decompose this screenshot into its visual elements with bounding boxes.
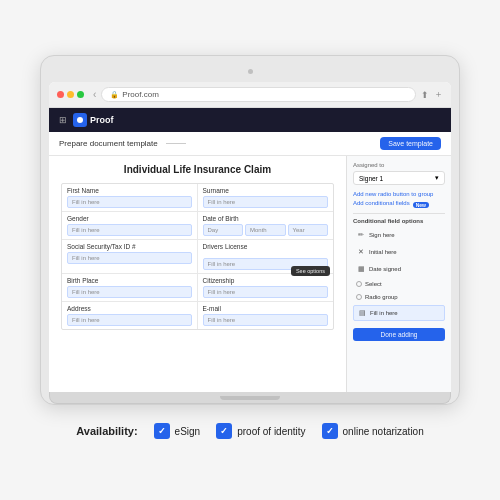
form-row: First Name Fill in here Surname Fill in … xyxy=(62,184,333,212)
citizenship-label: Citizenship xyxy=(203,277,329,284)
birthplace-cell: Birth Place Fill in here xyxy=(62,274,198,301)
birthplace-input[interactable]: Fill in here xyxy=(67,286,192,298)
gender-input[interactable]: Fill in here xyxy=(67,224,192,236)
select-label: Select xyxy=(365,281,382,287)
back-button[interactable]: ‹ xyxy=(93,89,96,100)
dropdown-popup[interactable]: See options xyxy=(291,266,330,276)
avail-item-notarization: ✓ online notarization xyxy=(322,423,424,439)
citizenship-cell: Citizenship Fill in here xyxy=(198,274,334,301)
right-panel: Assigned to Signer 1 ▾ Add new radio but… xyxy=(346,156,451,392)
citizenship-input[interactable]: Fill in here xyxy=(203,286,329,298)
initial-label: Initial here xyxy=(369,249,397,255)
ssn-cell: Social Security/Tax ID # Fill in here xyxy=(62,240,198,273)
first-name-cell: First Name Fill in here xyxy=(62,184,198,211)
sign-icon: ✏ xyxy=(356,230,366,240)
logo-text: Proof xyxy=(90,115,114,125)
form-row: Gender Fill in here Date of Birth Day Mo… xyxy=(62,212,333,240)
availability-bar: Availability: ✓ eSign ✓ proof of identit… xyxy=(66,417,433,445)
birthplace-label: Birth Place xyxy=(67,277,192,284)
dob-inputs: Day Month Year xyxy=(203,224,329,236)
proof-of-identity-label: proof of identity xyxy=(237,426,305,437)
outer-wrapper: ‹ 🔒 Proof.com ⬆ ＋ ⊞ xyxy=(20,20,480,480)
option-initial-here[interactable]: ✕ Initial here xyxy=(353,245,445,259)
app-header: ⊞ Proof xyxy=(49,108,451,132)
maximize-button[interactable] xyxy=(77,91,84,98)
email-input[interactable]: Fill in here xyxy=(203,314,329,326)
ssn-input[interactable]: Fill in here xyxy=(67,252,192,264)
laptop-notch xyxy=(220,396,280,400)
option-sign-here[interactable]: ✏ Sign here xyxy=(353,228,445,242)
toolbar-left: Prepare document template xyxy=(59,139,186,148)
traffic-lights xyxy=(57,91,84,98)
dob-cell: Date of Birth Day Month Year xyxy=(198,212,334,239)
surname-cell: Surname Fill in here xyxy=(198,184,334,211)
form-row: Social Security/Tax ID # Fill in here Dr… xyxy=(62,240,333,274)
date-signed-label: Date signed xyxy=(369,266,401,272)
sign-label: Sign here xyxy=(369,232,395,238)
conditional-section-title: Conditional field options xyxy=(353,218,445,224)
camera-bar xyxy=(49,64,451,78)
drivers-license-wrapper: Fill in here See options xyxy=(203,258,329,270)
chevron-down-icon: ▾ xyxy=(435,174,439,182)
main-content: Individual Life Insurance Claim First Na… xyxy=(49,156,451,392)
option-fill-here[interactable]: ▤ Fill in here xyxy=(353,305,445,321)
select-icon xyxy=(356,281,362,287)
done-adding-button[interactable]: Done adding xyxy=(353,328,445,341)
first-name-input[interactable]: Fill in here xyxy=(67,196,192,208)
svg-point-0 xyxy=(77,117,83,123)
address-input[interactable]: Fill in here xyxy=(67,314,192,326)
fill-icon: ▤ xyxy=(357,308,367,318)
surname-input[interactable]: Fill in here xyxy=(203,196,329,208)
gender-cell: Gender Fill in here xyxy=(62,212,198,239)
laptop-base xyxy=(49,392,451,404)
share-icon[interactable]: ⬆ xyxy=(421,90,429,100)
gender-label: Gender xyxy=(67,215,192,222)
add-radio-link[interactable]: Add new radio button to group xyxy=(353,191,445,197)
add-conditional-row: Add conditional fields New xyxy=(353,200,445,209)
notarization-label: online notarization xyxy=(343,426,424,437)
signer-select[interactable]: Signer 1 ▾ xyxy=(353,171,445,185)
lock-icon: 🔒 xyxy=(110,91,119,99)
camera-dot xyxy=(248,69,253,74)
form-row: Address Fill in here E-mail Fill in here xyxy=(62,302,333,329)
option-date-signed[interactable]: ▦ Date signed xyxy=(353,262,445,276)
grid-icon[interactable]: ⊞ xyxy=(59,115,67,125)
availability-label: Availability: xyxy=(76,425,137,437)
ssn-label: Social Security/Tax ID # xyxy=(67,243,192,250)
add-tab-icon[interactable]: ＋ xyxy=(434,88,443,101)
breadcrumb-dash xyxy=(166,143,186,144)
option-radio-group[interactable]: Radio group xyxy=(353,292,445,302)
address-bar[interactable]: 🔒 Proof.com xyxy=(101,87,416,102)
url-text: Proof.com xyxy=(122,90,158,99)
assigned-to-label: Assigned to xyxy=(353,162,445,168)
address-cell: Address Fill in here xyxy=(62,302,198,329)
app-logo: Proof xyxy=(73,113,114,127)
address-label: Address xyxy=(67,305,192,312)
day-input[interactable]: Day xyxy=(203,224,244,236)
close-button[interactable] xyxy=(57,91,64,98)
initial-icon: ✕ xyxy=(356,247,366,257)
document-area: Individual Life Insurance Claim First Na… xyxy=(49,156,346,392)
browser-actions: ⬆ ＋ xyxy=(421,88,443,101)
document-title: Individual Life Insurance Claim xyxy=(61,164,334,175)
option-select[interactable]: Select xyxy=(353,279,445,289)
notarization-check-icon: ✓ xyxy=(322,423,338,439)
toolbar-title: Prepare document template xyxy=(59,139,158,148)
panel-divider xyxy=(353,213,445,214)
radio-group-label: Radio group xyxy=(365,294,398,300)
email-cell: E-mail Fill in here xyxy=(198,302,334,329)
year-input[interactable]: Year xyxy=(288,224,329,236)
minimize-button[interactable] xyxy=(67,91,74,98)
avail-item-proof-of-identity: ✓ proof of identity xyxy=(216,423,305,439)
dob-label: Date of Birth xyxy=(203,215,329,222)
drivers-license-cell: Drivers License Fill in here See options xyxy=(198,240,334,273)
proof-check-icon: ✓ xyxy=(216,423,232,439)
browser-chrome: ‹ 🔒 Proof.com ⬆ ＋ xyxy=(49,82,451,108)
avail-item-esign: ✓ eSign xyxy=(154,423,201,439)
save-template-button[interactable]: Save template xyxy=(380,137,441,150)
laptop-shell: ‹ 🔒 Proof.com ⬆ ＋ ⊞ xyxy=(40,55,460,405)
first-name-label: First Name xyxy=(67,187,192,194)
add-conditional-link[interactable]: Add conditional fields xyxy=(353,200,410,206)
month-input[interactable]: Month xyxy=(245,224,286,236)
signer-label: Signer 1 xyxy=(359,175,383,182)
